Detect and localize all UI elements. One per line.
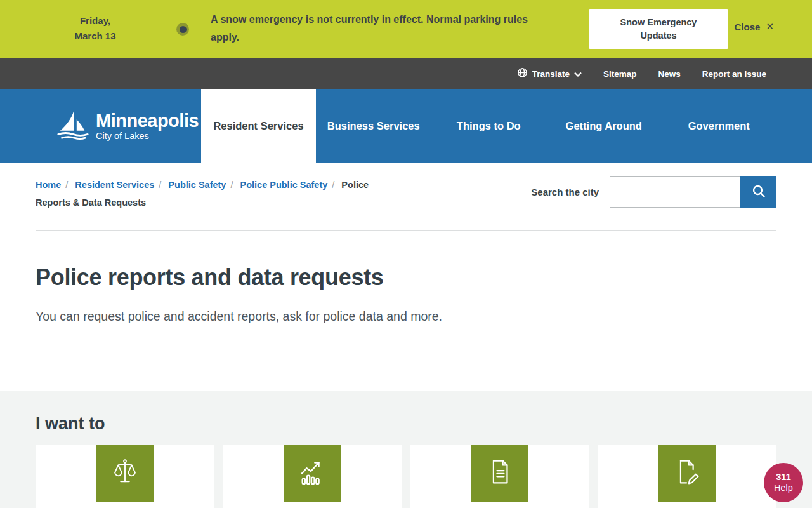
nav-item-business-services[interactable]: Business Services xyxy=(316,89,431,163)
scales-icon xyxy=(110,457,140,489)
snow-status-dot-icon xyxy=(176,23,189,36)
page-intro: You can request police and accident repo… xyxy=(36,307,448,326)
page-header: Police reports and data requests You can… xyxy=(0,231,812,391)
snow-alert-banner: Friday, March 13 A snow emergency is not… xyxy=(0,0,812,58)
nav-items: Business Services Things to Do Getting A… xyxy=(316,89,776,163)
search-button[interactable] xyxy=(740,176,776,208)
breadcrumb-link-home[interactable]: Home xyxy=(36,180,61,190)
help-311-button[interactable]: 311 Help xyxy=(764,463,803,502)
help-311-number: 311 xyxy=(776,472,790,483)
nav-item-things-to-do[interactable]: Things to Do xyxy=(431,89,547,163)
utility-bar: Translate Sitemap News Report an Issue xyxy=(0,58,812,89)
banner-close-button[interactable]: Close ✕ xyxy=(731,20,778,33)
banner-message: A snow emergency is not currently in eff… xyxy=(211,11,556,46)
card-tile xyxy=(658,444,716,502)
main-nav: Minneapolis City of Lakes Resident Servi… xyxy=(0,89,812,163)
nav-item-getting-around[interactable]: Getting Around xyxy=(546,89,662,163)
breadcrumb-section: Home/ Resident Services/ Public Safety/ … xyxy=(0,163,812,231)
breadcrumb-link-resident-services[interactable]: Resident Services xyxy=(75,180,154,190)
sailboat-icon xyxy=(56,107,90,144)
sitemap-link[interactable]: Sitemap xyxy=(603,69,637,79)
city-logo[interactable]: Minneapolis City of Lakes xyxy=(56,107,199,144)
i-want-to-section: I want to xyxy=(0,391,812,508)
breadcrumb-link-police-public-safety[interactable]: Police Public Safety xyxy=(240,180,327,190)
page-title: Police reports and data requests xyxy=(36,264,776,291)
globe-icon xyxy=(517,67,528,80)
card-tile xyxy=(471,444,528,502)
news-link[interactable]: News xyxy=(658,69,680,79)
translate-label: Translate xyxy=(532,69,570,79)
card-reports[interactable] xyxy=(410,444,589,508)
snow-emergency-updates-button[interactable]: Snow Emergency Updates xyxy=(589,9,728,49)
breadcrumb-separator: / xyxy=(226,180,237,190)
breadcrumb-separator: / xyxy=(327,180,339,190)
translate-menu[interactable]: Translate xyxy=(517,67,582,80)
card-data-request[interactable] xyxy=(598,444,776,508)
nav-item-government[interactable]: Government xyxy=(662,89,777,163)
logo-tagline: City of Lakes xyxy=(96,131,199,141)
banner-date-line2: March 13 xyxy=(60,29,130,44)
breadcrumb-separator: / xyxy=(61,180,72,190)
breadcrumb-link-public-safety[interactable]: Public Safety xyxy=(168,180,226,190)
search-icon xyxy=(752,184,766,200)
search-label: Search the city xyxy=(531,187,599,197)
document-edit-icon xyxy=(673,458,701,488)
search-input[interactable] xyxy=(610,176,740,208)
banner-close-label: Close xyxy=(735,22,761,32)
breadcrumb-separator: / xyxy=(154,180,166,190)
report-an-issue-link[interactable]: Report an Issue xyxy=(702,69,766,79)
card-tile xyxy=(96,444,154,502)
nav-item-resident-services[interactable]: Resident Services xyxy=(201,89,316,163)
chevron-down-icon xyxy=(574,69,582,79)
logo-title: Minneapolis xyxy=(96,111,199,130)
help-311-label: Help xyxy=(774,483,793,493)
close-icon: ✕ xyxy=(766,21,774,32)
card-police-data[interactable] xyxy=(223,444,402,508)
i-want-to-heading: I want to xyxy=(36,391,776,433)
document-icon xyxy=(486,458,514,488)
logo-text: Minneapolis City of Lakes xyxy=(96,111,199,141)
site-search: Search the city xyxy=(531,176,776,208)
bar-line-chart-icon xyxy=(298,457,327,489)
banner-date: Friday, March 13 xyxy=(60,13,130,44)
card-request-reports[interactable] xyxy=(36,444,214,508)
breadcrumb: Home/ Resident Services/ Public Safety/ … xyxy=(36,176,403,211)
i-want-to-cards xyxy=(36,444,776,508)
section-divider xyxy=(36,230,776,231)
card-tile xyxy=(284,444,341,502)
banner-date-line1: Friday, xyxy=(60,13,130,29)
